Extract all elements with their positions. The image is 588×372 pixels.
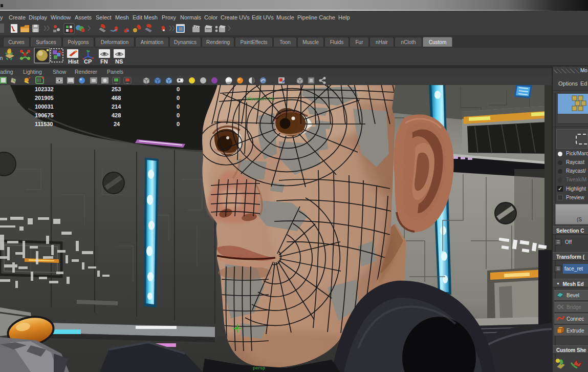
svg-text:persp: persp bbox=[253, 365, 266, 370]
svg-text:FN: FN bbox=[100, 58, 108, 65]
svg-text:NS: NS bbox=[115, 58, 123, 65]
svg-text:n: n bbox=[0, 55, 3, 61]
svg-text:Hist: Hist bbox=[68, 58, 79, 65]
svg-text:CP: CP bbox=[84, 58, 92, 65]
svg-text:Viewport 2.0: Viewport 2.0 bbox=[246, 96, 275, 101]
